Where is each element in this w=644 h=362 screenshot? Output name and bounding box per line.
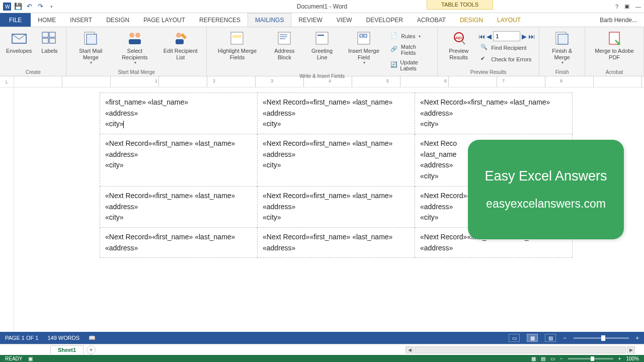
svg-text:W: W: [5, 4, 10, 10]
prev-record-icon[interactable]: ◀: [487, 33, 492, 40]
group-acrobat: Merge to Adobe PDF Acrobat: [585, 27, 644, 76]
svg-rect-29: [558, 34, 568, 44]
svg-rect-6: [49, 38, 55, 43]
first-record-icon[interactable]: ⏮: [478, 33, 485, 40]
redo-icon[interactable]: ↷: [36, 3, 44, 11]
record-number-input[interactable]: [493, 31, 520, 41]
check-errors-button[interactable]: ✔Check for Errors: [478, 54, 535, 64]
tab-mailings[interactable]: MAILINGS: [248, 13, 291, 27]
user-name[interactable]: Barb Hende...: [593, 13, 644, 27]
excel-sheet-tabs: Sheet1 + ◀ ▶: [0, 344, 644, 355]
branding-overlay: Easy Excel Answers easyexcelanswers.com: [468, 140, 624, 239]
merge-to-pdf-button[interactable]: Merge to Adobe PDF: [589, 29, 639, 61]
help-icon[interactable]: ?: [615, 4, 618, 10]
word-status-bar: PAGE 1 OF 1 149 WORDS 📖 ▭ ▦ ▤ − +: [0, 332, 644, 344]
tab-acrobat[interactable]: ACROBAT: [410, 13, 453, 27]
tab-design[interactable]: DESIGN: [99, 13, 136, 27]
table-tools-tab[interactable]: TABLE TOOLS: [427, 0, 493, 10]
label-cell[interactable]: «Next Record»«first_name» «last_name»«ad…: [415, 93, 573, 134]
label-cell[interactable]: «Next Record»«first_name» «last_name»«ad…: [100, 186, 258, 227]
excel-normal-view-icon[interactable]: ▦: [531, 356, 536, 361]
svg-rect-15: [232, 35, 242, 38]
spell-check-icon[interactable]: 📖: [89, 335, 96, 341]
svg-rect-4: [49, 32, 55, 37]
excel-zoom-in-icon[interactable]: +: [618, 356, 621, 361]
zoom-out-icon[interactable]: −: [563, 335, 566, 341]
tab-file[interactable]: FILE: [0, 13, 31, 27]
title-bar: W 💾 ↶ ↷ ▾ Document1 - Word TABLE TOOLS ?…: [0, 0, 644, 13]
add-sheet-icon[interactable]: +: [87, 345, 96, 354]
labels-button[interactable]: Labels: [37, 29, 62, 55]
horizontal-ruler[interactable]: 1 2 3 4 5 6 7 8: [14, 76, 644, 87]
tab-view[interactable]: VIEW: [330, 13, 359, 27]
address-block-button[interactable]: Address Block: [267, 29, 302, 61]
tab-insert[interactable]: INSERT: [63, 13, 99, 27]
web-layout-icon[interactable]: ▤: [545, 334, 556, 342]
zoom-in-icon[interactable]: +: [636, 335, 639, 341]
finish-merge-button[interactable]: Finish & Merge▾: [543, 29, 581, 66]
zoom-slider[interactable]: [574, 337, 629, 339]
excel-page-layout-icon[interactable]: ▤: [541, 356, 545, 361]
macro-record-icon[interactable]: ▣: [28, 356, 33, 361]
word-count[interactable]: 149 WORDS: [47, 335, 79, 341]
excel-page-break-icon[interactable]: ▭: [550, 356, 555, 361]
tab-page-layout[interactable]: PAGE LAYOUT: [136, 13, 192, 27]
excel-zoom-slider[interactable]: [568, 358, 613, 359]
excel-status-bar: READY ▣ ▦ ▤ ▭ − + 100%: [0, 355, 644, 362]
print-layout-icon[interactable]: ▦: [527, 334, 538, 342]
svg-rect-5: [42, 38, 48, 43]
minimize-icon[interactable]: —: [635, 4, 641, 10]
scroll-left-icon[interactable]: ◀: [406, 346, 414, 353]
label-cell[interactable]: «Next Record»«first_name» «last_name»«ad…: [258, 93, 415, 134]
excel-zoom-level[interactable]: 100%: [626, 356, 639, 361]
label-cell[interactable]: «Next Record»«first_name» «last_name»«ad…: [100, 134, 258, 187]
edit-recipient-list-button[interactable]: Edit Recipient List: [159, 29, 202, 61]
svg-rect-11: [129, 39, 141, 44]
greeting-line-button[interactable]: Greeting Line: [305, 29, 339, 61]
update-labels-button[interactable]: 🔄Update Labels: [388, 58, 433, 72]
tab-selector[interactable]: L: [0, 76, 14, 87]
label-cell[interactable]: «Next Record»«first_name» «last_name»«ad…: [258, 227, 415, 257]
vertical-ruler[interactable]: [0, 87, 14, 332]
svg-rect-14: [231, 32, 243, 44]
tab-table-layout[interactable]: LAYOUT: [490, 13, 528, 27]
ribbon-display-icon[interactable]: ▣: [624, 3, 629, 10]
qat-customize-icon[interactable]: ▾: [47, 3, 55, 11]
ribbon: Envelopes Labels Create Start Mail Merge…: [0, 27, 644, 76]
save-icon[interactable]: 💾: [14, 3, 22, 11]
match-fields-button[interactable]: 🔗Match Fields: [388, 43, 433, 57]
group-preview-results: ABCPreview Results ⏮ ◀ ▶ ⏭ 🔍Find Recipie…: [438, 27, 539, 76]
sheet-tab[interactable]: Sheet1: [50, 345, 84, 354]
next-record-icon[interactable]: ▶: [522, 33, 527, 40]
svg-rect-13: [176, 39, 184, 44]
read-mode-icon[interactable]: ▭: [509, 334, 520, 342]
svg-rect-24: [364, 34, 367, 37]
label-cell[interactable]: «Next Record»«first_name» «last_name»«ad…: [258, 134, 415, 187]
label-cell[interactable]: «first_name» «last_name»«address»«city»: [100, 93, 258, 134]
tab-references[interactable]: REFERENCES: [192, 13, 248, 27]
preview-results-button[interactable]: ABCPreview Results: [442, 29, 475, 61]
select-recipients-button[interactable]: Select Recipients▾: [114, 29, 156, 66]
label-cell[interactable]: «Next Record»«first_name» «last_name»«ad…: [100, 227, 258, 257]
horizontal-scrollbar[interactable]: [415, 346, 626, 353]
last-record-icon[interactable]: ⏭: [528, 33, 535, 40]
find-recipient-button[interactable]: 🔍Find Recipient: [478, 43, 535, 53]
start-mail-merge-button[interactable]: Start Mail Merge▾: [70, 29, 111, 66]
ruler: L 1 2 3 4 5 6 7 8: [0, 76, 644, 87]
label-cell[interactable]: «Next Record»«first_name» «last_name»«ad…: [258, 186, 415, 227]
rules-button[interactable]: 📄Rules▾: [388, 31, 433, 41]
page-indicator[interactable]: PAGE 1 OF 1: [5, 335, 38, 341]
highlight-merge-fields-button[interactable]: Highlight Merge Fields: [211, 29, 264, 61]
tab-table-design[interactable]: DESIGN: [453, 13, 490, 27]
excel-zoom-out-icon[interactable]: −: [560, 356, 563, 361]
svg-rect-8: [87, 34, 97, 44]
tab-developer[interactable]: DEVELOPER: [359, 13, 410, 27]
tab-review[interactable]: REVIEW: [291, 13, 329, 27]
svg-text:ABC: ABC: [455, 36, 464, 40]
scroll-right-icon[interactable]: ▶: [627, 346, 635, 353]
insert-merge-field-button[interactable]: Insert Merge Field▾: [342, 29, 385, 66]
tab-home[interactable]: HOME: [31, 13, 63, 27]
group-create: Envelopes Labels Create: [0, 27, 66, 76]
envelopes-button[interactable]: Envelopes: [4, 29, 34, 55]
undo-icon[interactable]: ↶: [25, 3, 33, 11]
